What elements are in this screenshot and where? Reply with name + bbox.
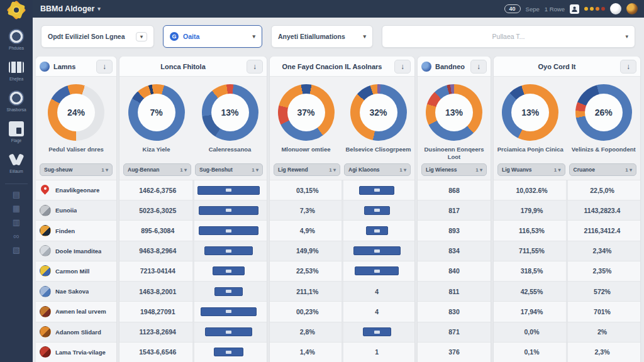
infinity-icon[interactable]: ∞	[13, 232, 19, 240]
card-rows: 10,032.6%22,5,0%179,9%1143,2823.4116,53%…	[494, 180, 640, 362]
sidebar-item-eiilaum[interactable]: Eiilaum	[6, 152, 26, 173]
download-button[interactable]: ↓	[470, 60, 487, 74]
table-row[interactable]: Lama Trvia-vilage	[36, 342, 116, 362]
row-value: 572%	[594, 288, 611, 295]
crest-icon	[40, 225, 51, 236]
row-value: 0,0%	[525, 328, 540, 336]
value-bar	[204, 246, 253, 255]
crest-icon	[40, 346, 51, 358]
value-cell: 2,8%	[274, 322, 341, 342]
download-button[interactable]: ↓	[247, 60, 263, 74]
value-cell: 711,55%	[497, 241, 566, 261]
card-rows: 03,15%7,3%4,9%149,9%22,53%211,1%400,23%4…	[270, 180, 414, 362]
value-cell: 1462-6,3756	[123, 180, 192, 200]
value-cell: 871	[421, 322, 487, 342]
row-value: 871	[448, 328, 460, 336]
value-bar	[197, 186, 260, 195]
table-row: 211,1%4	[270, 281, 414, 301]
row-label: Eunoiia	[55, 207, 77, 214]
sidebar-item-shasborsa[interactable]: Shasborsa	[6, 90, 26, 112]
filter-dropdown-1[interactable]: GOaita▾	[163, 25, 262, 48]
row-label: Doole Imanditea	[55, 248, 101, 255]
table-row: 116,53%2116,3412.4	[494, 220, 640, 240]
card-filter-dropdown[interactable]: Lig Wieness1 ▾	[421, 163, 487, 176]
card-0: Lamns↓24%Pedul Valiser dnresSug-sheuw1 ▾…	[36, 57, 116, 362]
value-cell: 318,5%	[497, 261, 566, 281]
tv-icon[interactable]: ▥	[13, 218, 20, 226]
donut-label: Prciamica Ponjn Cinica	[496, 146, 565, 163]
donut-block: 13%Dusinoenn Eonqeers Loot	[418, 77, 491, 163]
bar-cell	[192, 241, 264, 261]
table-row: 22,53%	[270, 261, 414, 281]
status-dot-icon	[601, 7, 605, 11]
download-button[interactable]: ↓	[620, 60, 636, 74]
chevron-down-icon: 1 ▾	[252, 167, 258, 173]
app-title-menu[interactable]: BBMd Aldoger ▾	[40, 4, 101, 13]
bar-cell	[192, 221, 264, 240]
bar-cell	[341, 261, 411, 281]
table-row[interactable]: Carmon Mill	[36, 261, 116, 281]
table-row[interactable]: Doole Imanditea	[36, 241, 116, 261]
sidebar-item-flage[interactable]: Flage	[6, 121, 26, 143]
grid-icon[interactable]: ▧	[13, 246, 20, 254]
sidebar-item-ehejtea[interactable]: Ehejtea	[6, 60, 26, 81]
card-filter-dropdown[interactable]: Lig Rewend1 ▾	[274, 163, 340, 176]
sidebar-item-label: Ehejtea	[9, 77, 23, 81]
filter-dropdown-0[interactable]: Opdt Eviliziel Son Lgnea▾	[41, 25, 154, 48]
bar-wrap	[347, 226, 408, 235]
film-icon[interactable]: ▦	[13, 204, 20, 212]
crest-icon	[40, 286, 51, 297]
value-cell: 5023-6,3025	[123, 200, 192, 220]
row-value: 1948,27091	[140, 308, 175, 315]
value-cell: 00,23%	[274, 302, 341, 321]
app-logo-icon[interactable]	[7, 1, 26, 19]
card-filter-dropdown[interactable]: Agi Klaoons1 ▾	[344, 163, 411, 176]
crest-icon	[40, 326, 51, 337]
filter-dropdown-2[interactable]: Anyeti Etiallumations▾	[271, 25, 373, 48]
row-value: 1,4%	[300, 348, 315, 356]
chevron-down-icon: 1 ▾	[625, 167, 632, 173]
donut-percent: 13%	[202, 84, 258, 141]
row-value: 2,3%	[595, 348, 610, 356]
table-row[interactable]: Awnen leal urvem	[36, 301, 116, 321]
value-bar	[199, 206, 258, 215]
value-cell: 7213-04144	[123, 261, 192, 281]
card-filter-dropdown[interactable]: Sug-Benshut1 ▾	[195, 163, 263, 176]
card-filter-dropdown[interactable]: Cruanoe1 ▾	[569, 163, 637, 176]
globe-icon: G	[170, 32, 179, 41]
profile-avatar[interactable]	[626, 3, 638, 14]
value-cell: 0,1%	[497, 343, 566, 362]
card-filter-dropdown[interactable]: Aug-Bennan1 ▾	[123, 163, 191, 176]
camera-icon[interactable]: ▤	[13, 190, 20, 199]
sidebar-item-phduiea[interactable]: Phduiea	[6, 29, 26, 50]
card-filter-dropdown[interactable]: Sug-sheuw1 ▾	[40, 163, 113, 176]
page-icon	[9, 121, 24, 136]
bar-cell	[341, 241, 411, 261]
donut-chart: 26%	[575, 84, 632, 141]
card-filter-row: Lig Rewend1 ▾Agi Klaoons1 ▾	[270, 163, 414, 180]
donut-row: 24%Pedul Valiser dnres	[36, 77, 116, 163]
card-filter-dropdown[interactable]: Lig Wuanvs1 ▾	[497, 163, 565, 176]
table-row[interactable]: Nae Sakova	[36, 281, 116, 301]
donut-label: Velinizs & Fopoondent	[570, 146, 637, 163]
table-row[interactable]: Adanom Slidard	[36, 322, 116, 342]
download-button[interactable]: ↓	[96, 60, 113, 74]
table-row[interactable]: Finden	[36, 220, 116, 240]
table-row[interactable]: Enavlikgeonare	[36, 180, 116, 200]
filter-dropdown-3[interactable]: Pullaea T...▾	[382, 25, 635, 48]
user-icon[interactable]	[570, 4, 579, 14]
value-cell: 376	[421, 343, 487, 362]
count-badge[interactable]: 40	[504, 4, 521, 13]
notifications-avatar[interactable]	[610, 3, 621, 14]
chevron-down-icon[interactable]: ▾	[136, 32, 147, 41]
download-button[interactable]: ↓	[394, 60, 411, 74]
donut-row: 13%Dusinoenn Eonqeers Loot	[418, 77, 491, 163]
value-cell: 2116,3412.4	[566, 221, 636, 240]
card-filter-label: Sug-Benshut	[199, 167, 233, 173]
bar-wrap	[197, 186, 260, 195]
row-label: Nae Sakova	[55, 288, 89, 295]
row-value: 7,3%	[300, 207, 315, 214]
table-row: 1948,27091	[119, 301, 267, 321]
table-row[interactable]: Eunoiia	[36, 200, 116, 220]
bar-cell	[192, 200, 264, 220]
